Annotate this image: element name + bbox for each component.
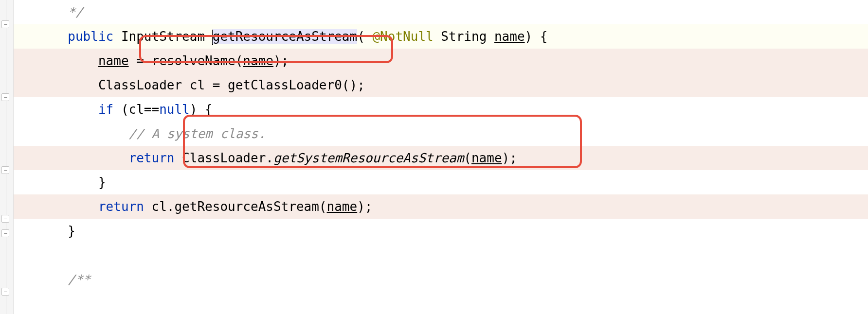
assign-text: = resolveName( [129,53,243,68]
class-ref: ClassLoader. [174,151,273,165]
brace-close: } [68,224,75,238]
close-text: ); [502,151,517,165]
fold-marker-icon[interactable] [1,288,9,296]
javadoc-open: /** [68,272,90,287]
code-line[interactable]: // A system class. [14,122,868,146]
code-line[interactable]: } [14,219,868,243]
comment-text: // A system class. [129,126,266,141]
code-line[interactable]: return ClassLoader.getSystemResourceAsSt… [14,146,868,170]
arg-name: name [243,53,273,68]
code-line-blank[interactable] [14,243,868,267]
cond-close: ) { [190,102,213,117]
code-line[interactable]: return cl.getResourceAsStream(name); [14,194,868,219]
code-line[interactable]: ClassLoader cl = getClassLoader0(); [14,73,868,97]
param-type: String [441,29,487,44]
keyword-return: return [129,151,175,165]
code-line[interactable]: if (cl==null) { [14,97,868,122]
arg-name: name [327,199,358,214]
static-method-call: getSystemResourceAsStream [273,151,464,165]
code-line[interactable]: /** [14,267,868,292]
keyword-null: null [159,102,190,117]
keyword-if: if [98,102,113,117]
brace-close: } [98,175,106,190]
editor-gutter [0,0,14,314]
param-name: name [494,29,525,44]
close-text: ); [357,199,372,214]
keyword-public: public [68,29,113,44]
method-name: getResourceAsStream [213,29,357,44]
close-text: ); [273,53,289,68]
cond-open: (cl== [113,102,159,117]
fold-marker-icon[interactable] [1,20,9,28]
comment-close: */ [68,5,83,19]
return-type: InputStream [121,29,205,44]
var-name: name [98,53,129,68]
signature-close: ) { [525,29,548,44]
code-editor[interactable]: */ public InputStream getResourceAsStrea… [14,0,868,314]
code-line-method-signature[interactable]: public InputStream getResourceAsStream( … [14,24,868,49]
keyword-return: return [98,199,144,214]
paren-open: ( [464,151,471,165]
arg-name: name [471,151,502,165]
code-line[interactable]: } [14,170,868,194]
fold-marker-icon[interactable] [1,93,9,101]
code-line[interactable]: name = resolveName(name); [14,49,868,73]
fold-marker-icon[interactable] [1,166,9,174]
annotation-notnull: @NotNull [372,29,433,44]
code-line[interactable]: */ [14,0,868,24]
call-text: cl.getResourceAsStream( [144,199,327,214]
fold-marker-icon[interactable] [1,229,9,237]
fold-marker-icon[interactable] [1,215,9,223]
statement-text: ClassLoader cl = getClassLoader0(); [98,78,365,92]
gutter-indent-line [6,0,6,314]
paren-open: ( [357,29,372,44]
